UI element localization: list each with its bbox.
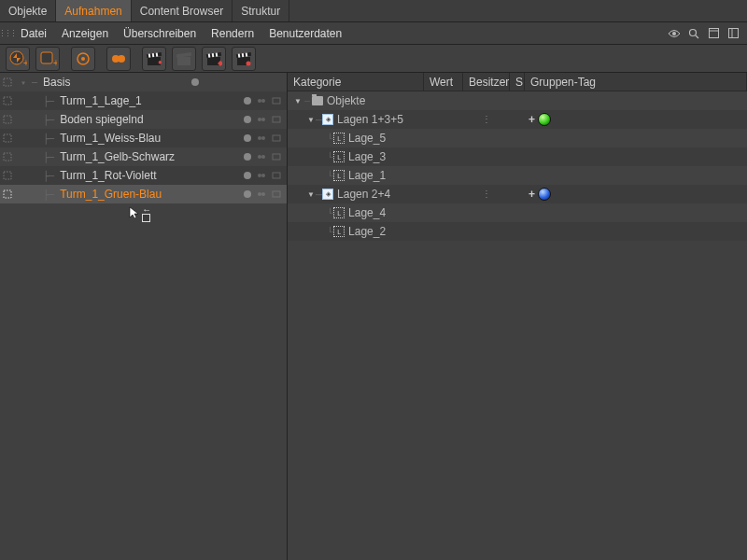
row-target-icon[interactable] [0, 115, 15, 124]
clapper2-button[interactable] [172, 47, 196, 71]
link-button[interactable] [106, 47, 131, 71]
status-dot-icon[interactable] [244, 97, 251, 105]
row-target-icon[interactable] [0, 96, 15, 105]
layer-group-icon: ◈ [322, 114, 333, 125]
mini-icon-1[interactable] [257, 115, 266, 124]
take-row[interactable]: ├─ Boden spiegelnd [0, 110, 287, 129]
category-row[interactable]: └LLage_2 [288, 222, 747, 241]
tab-struktur[interactable]: Struktur [233, 0, 289, 21]
take-row[interactable]: ├─ Turm_1_Rot-Violett [0, 166, 287, 185]
category-row[interactable]: └LLage_4 [288, 203, 747, 222]
svg-line-2 [696, 35, 698, 38]
category-row[interactable]: └LLage_5 [288, 129, 747, 147]
status-dot-icon[interactable] [244, 134, 251, 142]
row-target-icon[interactable] [0, 133, 15, 143]
row-label: Lagen 1+3+5 [337, 113, 403, 126]
mini-icon-2[interactable] [272, 133, 281, 143]
svg-point-46 [261, 136, 265, 140]
folder-icon [312, 96, 323, 105]
header-wert[interactable]: Wert [424, 73, 463, 91]
menu-ueberschreiben[interactable]: Überschreiben [116, 22, 204, 45]
panel-icon[interactable] [726, 27, 740, 40]
mini-icon-2[interactable] [272, 115, 281, 124]
toolbar: + + ● ◆ [0, 45, 747, 73]
header-s[interactable]: S [510, 73, 525, 91]
window-icon[interactable] [707, 27, 720, 40]
row-target-icon[interactable] [0, 77, 15, 87]
svg-rect-9 [41, 52, 52, 63]
status-dot-icon[interactable] [191, 78, 199, 86]
svg-point-1 [690, 29, 697, 35]
row-label: Lage_1 [348, 169, 386, 182]
status-dot-icon[interactable] [244, 116, 251, 123]
material-sphere-icon[interactable] [538, 188, 551, 201]
row-icons [244, 189, 281, 199]
header-gruppen-tag[interactable]: Gruppen-Tag [525, 73, 747, 91]
header-kategorie[interactable]: Kategorie [288, 73, 424, 91]
status-dot-icon[interactable] [244, 172, 251, 179]
mini-icon-1[interactable] [257, 133, 266, 143]
mini-icon-1[interactable] [257, 189, 266, 199]
owner-handle-icon[interactable]: ⋮ [482, 192, 491, 196]
menu-rendern[interactable]: Rendern [204, 22, 261, 45]
take-label: Turm_1_Weiss-Blau [60, 132, 161, 145]
category-row[interactable]: ▼─Objekte [288, 91, 747, 110]
add-tag-icon[interactable]: + [529, 188, 535, 201]
take-row[interactable]: ├─ Turm_1_Gelb-Schwarz [0, 147, 287, 166]
tab-content-browser[interactable]: Content Browser [132, 0, 233, 21]
row-label: Lagen 2+4 [337, 188, 390, 201]
add-tag-icon[interactable]: + [529, 113, 535, 126]
category-cell: └LLage_4 [288, 206, 424, 219]
header-besitzer[interactable]: Besitzer [463, 73, 510, 91]
category-row[interactable]: ▼─◈Lagen 2+4⋮+ [288, 185, 747, 203]
svg-point-57 [258, 192, 261, 196]
eye-icon[interactable] [668, 27, 681, 40]
svg-point-45 [258, 136, 261, 140]
take-row[interactable]: ├─ Turm_1_Gruen-Blau [0, 185, 287, 203]
material-sphere-icon[interactable] [538, 113, 551, 126]
mini-icon-2[interactable] [272, 152, 281, 161]
take-row[interactable]: ├─ Turm_1_Weiss-Blau [0, 129, 287, 147]
search-icon[interactable] [687, 27, 700, 40]
expand-icon[interactable]: ▼ [293, 97, 303, 105]
owner-handle-icon[interactable]: ⋮ [482, 118, 491, 121]
menu-datei[interactable]: Datei [13, 22, 54, 45]
mini-icon-2[interactable] [272, 171, 281, 180]
clapper3-button[interactable]: ◆ [202, 47, 226, 71]
category-row[interactable]: └LLage_1 [288, 166, 747, 185]
status-dot-icon[interactable] [244, 153, 251, 161]
svg-rect-5 [728, 29, 738, 38]
row-target-icon[interactable] [0, 152, 15, 161]
mini-icon-1[interactable] [257, 96, 266, 105]
tree-connector: ├─ [15, 189, 60, 200]
category-row[interactable]: └LLage_3 [288, 147, 747, 166]
menu-anzeigen[interactable]: Anzeigen [54, 22, 116, 45]
category-row[interactable]: ▼─◈Lagen 1+3+5⋮+ [288, 110, 747, 129]
take-row[interactable]: ├─ Turm_1_Lage_1 [0, 91, 287, 110]
mini-icon-1[interactable] [257, 152, 266, 161]
mini-icon-2[interactable] [272, 189, 281, 199]
expand-icon[interactable]: ▼ [306, 190, 316, 199]
status-dot-icon[interactable] [244, 190, 251, 198]
row-target-icon[interactable] [0, 189, 15, 199]
panel-tabs: Objekte Aufnahmen Content Browser Strukt… [0, 0, 747, 22]
expand-icon[interactable]: ▼ [306, 116, 316, 124]
row-target-icon[interactable] [0, 171, 15, 180]
tab-aufnahmen[interactable]: Aufnahmen [56, 0, 131, 21]
svg-rect-48 [4, 153, 11, 161]
layer-icon: L [333, 151, 345, 162]
svg-rect-43 [273, 117, 280, 122]
take-add-button[interactable]: + [6, 47, 30, 71]
svg-point-14 [118, 55, 125, 63]
menu-benutzerdaten[interactable]: Benutzerdaten [261, 22, 349, 45]
tab-objekte[interactable]: Objekte [0, 0, 56, 21]
row-label: Lage_5 [348, 132, 386, 145]
mini-icon-1[interactable] [257, 171, 266, 180]
row-label: Lage_4 [348, 206, 386, 219]
target-button[interactable] [71, 47, 95, 71]
mini-icon-2[interactable] [272, 96, 281, 105]
take-add2-button[interactable]: + [35, 47, 60, 71]
clapper4-button[interactable] [232, 47, 256, 71]
clapper1-button[interactable]: ● [142, 47, 166, 71]
take-row[interactable]: ▾ ─ Basis [0, 73, 287, 91]
